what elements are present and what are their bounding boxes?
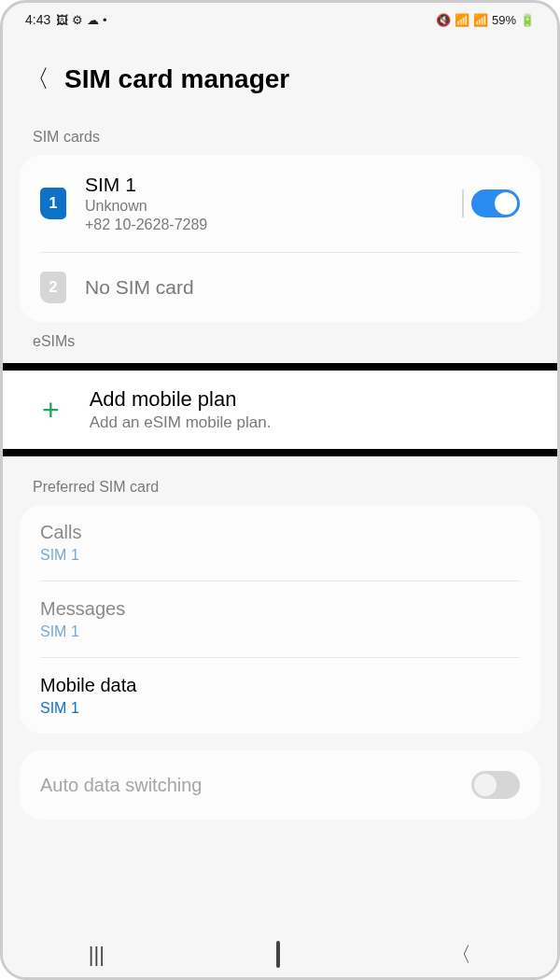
section-label-esims: eSIMs xyxy=(3,322,557,359)
preferred-sim-card: Calls SIM 1 Messages SIM 1 Mobile data S… xyxy=(20,505,540,734)
wifi-icon: 📶 xyxy=(455,13,469,27)
add-mobile-plan-title: Add mobile plan xyxy=(90,387,518,412)
sim-1-name: SIM 1 xyxy=(85,174,453,196)
sim-1-status: Unknown xyxy=(85,198,453,215)
status-left: 4:43 🖼 ⚙ ☁ • xyxy=(25,12,106,27)
image-icon: 🖼 xyxy=(56,13,68,27)
nav-back-icon[interactable]: 〈 xyxy=(451,941,471,969)
preferred-calls-row[interactable]: Calls SIM 1 xyxy=(20,505,540,581)
section-label-preferred: Preferred SIM card xyxy=(3,468,557,505)
status-right: 🔇 📶 📶 59% 🔋 xyxy=(436,13,535,27)
section-label-sim-cards: SIM cards xyxy=(3,118,557,155)
phone-frame: 4:43 🖼 ⚙ ☁ • 🔇 📶 📶 59% 🔋 〈 SIM card mana… xyxy=(0,0,560,980)
status-bar: 4:43 🖼 ⚙ ☁ • 🔇 📶 📶 59% 🔋 xyxy=(3,3,557,36)
preferred-messages-row[interactable]: Messages SIM 1 xyxy=(20,581,540,657)
preferred-messages-value: SIM 1 xyxy=(40,623,520,640)
auto-switch-card: Auto data switching xyxy=(20,750,540,819)
auto-data-switching-row[interactable]: Auto data switching xyxy=(20,750,540,819)
sim-cards-card: 1 SIM 1 Unknown +82 10-2628-7289 2 No SI… xyxy=(20,155,540,322)
preferred-data-label: Mobile data xyxy=(40,675,520,696)
battery-icon: 🔋 xyxy=(520,13,535,27)
auto-data-switching-label: Auto data switching xyxy=(40,775,202,796)
status-time: 4:43 xyxy=(25,12,50,27)
sim-1-info: SIM 1 Unknown +82 10-2628-7289 xyxy=(85,174,453,233)
sim-slot-2[interactable]: 2 No SIM card xyxy=(20,253,540,322)
navigation-bar: ||| 〈 xyxy=(3,932,557,977)
preferred-data-value: SIM 1 xyxy=(40,700,520,717)
sim-chip-icon-2: 2 xyxy=(40,272,66,303)
cloud-icon: ☁ xyxy=(87,13,99,27)
status-notification-icons: 🖼 ⚙ ☁ • xyxy=(56,12,106,27)
mute-icon: 🔇 xyxy=(436,13,451,27)
preferred-data-row[interactable]: Mobile data SIM 1 xyxy=(20,658,540,734)
nav-recents-icon[interactable]: ||| xyxy=(89,943,105,967)
battery-percent: 59% xyxy=(492,13,516,27)
sim-2-info: No SIM card xyxy=(85,276,520,299)
add-mobile-plan-subtitle: Add an eSIM mobile plan. xyxy=(90,413,518,432)
content-area: 4:43 🖼 ⚙ ☁ • 🔇 📶 📶 59% 🔋 〈 SIM card mana… xyxy=(3,3,557,932)
sim-chip-icon-1: 1 xyxy=(40,188,66,219)
sim-1-toggle[interactable] xyxy=(471,189,520,217)
page-title: SIM card manager xyxy=(64,64,289,94)
signal-icon: 📶 xyxy=(473,13,488,27)
sim-1-phone: +82 10-2628-7289 xyxy=(85,217,453,233)
add-mobile-plan-row[interactable]: + Add mobile plan Add an eSIM mobile pla… xyxy=(3,371,557,449)
highlighted-esim-section: + Add mobile plan Add an eSIM mobile pla… xyxy=(3,363,557,456)
preferred-calls-label: Calls xyxy=(40,522,520,543)
sim-slot-1[interactable]: 1 SIM 1 Unknown +82 10-2628-7289 xyxy=(20,155,540,252)
dot-icon: • xyxy=(103,13,107,27)
nav-home-icon[interactable] xyxy=(276,943,280,967)
add-mobile-plan-info: Add mobile plan Add an eSIM mobile plan. xyxy=(90,387,518,432)
plus-icon: + xyxy=(42,393,60,427)
gear-icon: ⚙ xyxy=(72,13,83,27)
back-icon[interactable]: 〈 xyxy=(25,63,49,95)
preferred-messages-label: Messages xyxy=(40,598,520,620)
preferred-calls-value: SIM 1 xyxy=(40,547,520,564)
sim-2-name: No SIM card xyxy=(85,276,520,299)
auto-data-switching-toggle[interactable] xyxy=(471,771,520,799)
page-header: 〈 SIM card manager xyxy=(3,36,557,118)
